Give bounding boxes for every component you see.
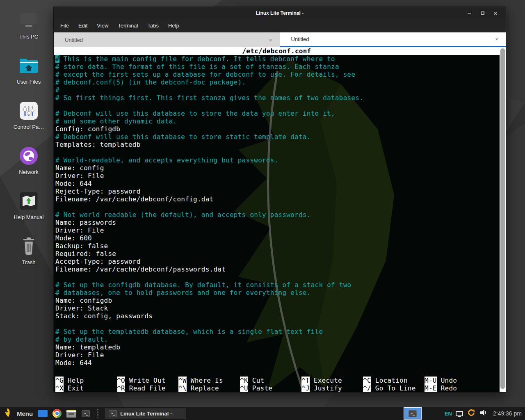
terminal-line: Name: templatedb [54, 343, 506, 351]
panel-separator [97, 409, 98, 418]
terminal-line [54, 320, 506, 328]
terminal-line: # except the first sets up a database fo… [54, 71, 506, 78]
volume-icon[interactable] [479, 409, 488, 418]
terminal-scrollbar[interactable] [500, 47, 506, 392]
desktop-icon-network[interactable]: Network [2, 144, 55, 187]
update-manager-icon[interactable] [467, 408, 476, 419]
taskbar-window-button[interactable]: Linux Lite Terminal - [105, 408, 186, 419]
text-cursor: # [55, 55, 59, 63]
menu-item[interactable]: View [97, 23, 108, 29]
terminal-line: Backup: false [54, 242, 506, 250]
terminal-line: Mode: 644 [54, 359, 506, 367]
shortcut-label: Justify [314, 384, 342, 392]
tab-label: Untitled [65, 37, 267, 43]
monitor-icon [2, 9, 55, 32]
start-menu-button[interactable] [2, 408, 13, 419]
terminal-launcher[interactable] [80, 408, 91, 419]
terminal-line: Driver: File [54, 351, 506, 359]
nano-shortcut: M-ERedo [425, 384, 486, 392]
shortcut-key: ^K [240, 377, 248, 384]
nano-shortcut: ^\Replace [178, 384, 240, 392]
terminal-line: # This is the main config file for debco… [54, 55, 506, 63]
chrome-launcher[interactable] [52, 408, 62, 419]
nano-file-path: /etc/debconf.conf [54, 47, 500, 55]
terminal-line: Accept-Type: password [54, 258, 506, 265]
desktop-icon-control-panel[interactable]: Control Pa… [2, 99, 55, 142]
menu-item[interactable]: Edit [78, 23, 87, 29]
control-panel-icon [2, 99, 55, 122]
terminal-line: Required: false [54, 250, 506, 258]
keyboard-layout-indicator[interactable]: EN [445, 411, 452, 417]
desktop-icon-help-manual[interactable]: Help Manual [2, 189, 55, 232]
shortcut-label: Execute [314, 377, 342, 384]
minimize-button[interactable] [465, 9, 474, 18]
terminal-line: # Debconf will use this database to stor… [54, 133, 506, 141]
shortcut-key: ^O [117, 377, 125, 384]
shortcut-key: ^T [301, 377, 310, 384]
terminal-line: Templates: templatedb [54, 141, 506, 148]
tab-close-icon[interactable] [493, 36, 500, 42]
desktop-icon-label: Network [2, 169, 55, 175]
tab-label: Untitled [291, 36, 494, 42]
terminal-line [54, 102, 506, 110]
tab-untitled-1[interactable]: Untitled [54, 32, 280, 47]
start-menu-label[interactable]: Menu [17, 410, 33, 417]
shortcut-key: M-E [425, 384, 437, 392]
window-title: Linux Lite Terminal - [54, 10, 506, 16]
desktop-icon-label: This PC [2, 34, 55, 40]
nano-shortcut: ^OWrite Out [117, 377, 178, 384]
desktop-icon-trash[interactable]: Trash [2, 235, 55, 277]
menu-item[interactable]: Terminal [118, 23, 138, 29]
nano-titlebar: GNU nano 7.2 /etc/debconf.conf [54, 47, 500, 55]
file-manager-launcher[interactable] [66, 408, 77, 419]
terminal-line: # Debconf will use this database to stor… [54, 110, 506, 117]
shortcut-label: Location [375, 377, 408, 384]
display-settings-icon[interactable] [456, 411, 463, 416]
clock[interactable]: 2:49:36 pm [491, 410, 522, 417]
shortcut-key: ^R [117, 384, 125, 392]
close-button[interactable] [491, 9, 500, 18]
menu-item[interactable]: File [60, 23, 69, 29]
terminal-window: Linux Lite Terminal - File Edit View Ter… [53, 7, 506, 393]
terminal-line: Driver: Stack [54, 304, 506, 312]
window-titlebar[interactable]: Linux Lite Terminal - [54, 7, 506, 19]
terminal-line [54, 273, 506, 281]
tab-untitled-2[interactable]: Untitled [280, 32, 506, 47]
menu-bar: File Edit View Terminal Tabs Help [54, 19, 506, 32]
desktop-icon-this-pc[interactable]: This PC [2, 9, 55, 52]
nano-shortcut: ^RRead File [117, 384, 178, 392]
shortcut-key: ^C [363, 377, 371, 384]
menu-item[interactable]: Tabs [147, 23, 158, 29]
shortcut-label: Cut [252, 377, 265, 384]
terminal-line [54, 148, 506, 156]
desktop-icon-label: Control Pa… [2, 124, 55, 130]
tray-terminal-highlight[interactable] [404, 407, 422, 420]
file-cabinet-icon [66, 410, 76, 418]
terminal-line: Name: configdb [54, 297, 506, 304]
desktop-icon-user-files[interactable]: User Files [2, 54, 55, 97]
shortcut-label: Where Is [191, 377, 223, 384]
shortcut-key: ^U [240, 384, 248, 392]
terminal-icon [82, 410, 90, 417]
shortcut-label: Go To Line [375, 384, 416, 392]
nano-shortcut: ^TExecute [301, 377, 363, 384]
terminal-line: # databases, one to hold passwords and o… [54, 289, 506, 297]
tab-close-icon[interactable] [267, 37, 274, 43]
scrollbar-thumb[interactable] [500, 48, 505, 389]
shortcut-label: Write Out [129, 377, 166, 384]
terminal-line: # by default. [54, 336, 506, 343]
menu-item[interactable]: Help [168, 23, 179, 29]
maximize-button[interactable] [478, 9, 487, 18]
terminal-line: Mode: 600 [54, 234, 506, 242]
terminal-line: # Set up the configdb database. By defau… [54, 281, 506, 289]
show-desktop-launcher[interactable] [37, 408, 48, 419]
shortcut-label: Undo [441, 377, 457, 384]
terminal-icon [109, 410, 117, 417]
desktop-icon-label: Trash [2, 259, 55, 265]
help-manual-icon [2, 189, 55, 212]
network-globe-icon [2, 144, 55, 167]
desktop-icon-label: User Files [2, 79, 55, 85]
terminal-line: Filename: /var/cache/debconf/passwords.d… [54, 265, 506, 273]
terminal-screen[interactable]: GNU nano 7.2 /etc/debconf.conf # This is… [54, 47, 506, 392]
shortcut-key: ^\ [178, 384, 187, 392]
